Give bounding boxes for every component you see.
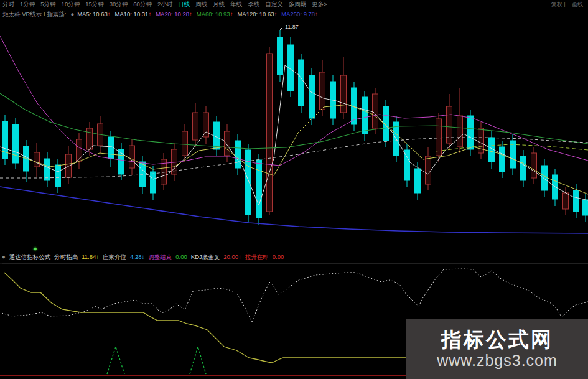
candle-body (2, 121, 8, 159)
candle-body (436, 119, 442, 156)
white-indicator-line (2, 269, 588, 322)
candle-body (225, 131, 230, 156)
candle-body (34, 152, 40, 167)
candle-body (77, 139, 82, 162)
candle-body (87, 128, 93, 149)
yellow-indicator-line (4, 273, 411, 363)
candle-body (203, 113, 209, 137)
candle-body (235, 141, 241, 168)
candle-body (214, 122, 220, 149)
candle-body (278, 37, 283, 75)
watermark: 指标公式网 www.zbgs3.com (406, 319, 588, 379)
candle-body (45, 159, 50, 180)
candle-body (563, 193, 569, 209)
candle-body (542, 166, 548, 190)
candle-body (140, 162, 146, 187)
candle-body (55, 165, 61, 187)
candle-body (108, 137, 114, 159)
candle-body (66, 154, 72, 177)
candle-body (500, 147, 505, 172)
candle-body (531, 153, 537, 178)
candle-body (426, 156, 431, 184)
candle-body (362, 97, 368, 134)
signal-sparkle-icon: ✦ (32, 245, 38, 253)
candle-body (521, 156, 526, 180)
candle-body (404, 150, 410, 180)
watermark-url: www.zbgs3.com (437, 352, 558, 370)
candle-body (129, 146, 135, 168)
candle-body (151, 172, 156, 193)
candle-body (13, 124, 19, 163)
candle-body (182, 131, 188, 156)
candle-body (373, 94, 378, 128)
candle-body (468, 116, 474, 149)
candle-body (341, 75, 347, 113)
candle-body (193, 113, 198, 140)
candle-body (457, 116, 463, 147)
high-price-pointer (280, 27, 283, 30)
candle-body (415, 169, 421, 193)
buy-triangle-1-line (107, 347, 124, 374)
candle-body (246, 150, 251, 215)
candle-body (320, 72, 325, 110)
candle-body (583, 200, 588, 215)
high-price-label: 11.87 (285, 24, 299, 30)
candle-body (267, 54, 273, 212)
candle-body (256, 160, 262, 218)
watermark-title: 指标公式网 (441, 328, 553, 352)
candle-body (309, 75, 315, 118)
buy-triangle-2-line (190, 347, 206, 374)
candle-body (574, 190, 579, 212)
MA250-line (0, 187, 588, 233)
candle-body (299, 60, 304, 106)
